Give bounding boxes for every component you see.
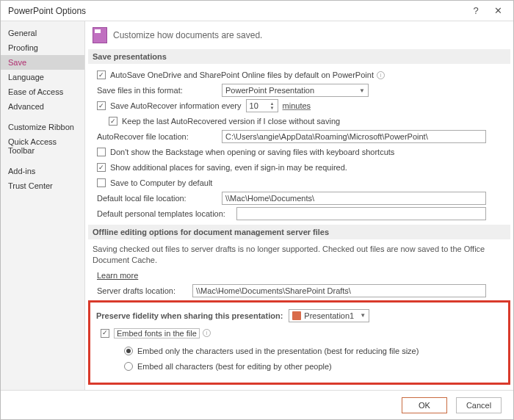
sidebar-item-trust-center[interactable]: Trust Center [1,178,84,193]
chevron-down-icon: ▼ [359,87,365,94]
label-server-drafts: Server drafts location: [97,286,192,295]
select-presentation-value: Presentation1 [304,311,354,320]
label-autosave: AutoSave OneDrive and SharePoint Online … [110,70,374,79]
label-minutes: minutes [283,101,311,110]
label-keep-last: Keep the last AutoRecovered version if I… [122,117,340,126]
content-pane: Customize how documents are saved. Save … [85,21,513,390]
sidebar-item-add-ins[interactable]: Add-ins [1,164,84,178]
checkbox-keep-last[interactable] [109,117,117,126]
select-save-format[interactable]: PowerPoint Presentation ▼ [222,84,369,97]
input-local-location[interactable]: \\Mac\Home\Documents\ [222,192,486,205]
radio-embed-only-used[interactable] [124,347,133,355]
spinner-down-icon[interactable]: ▼ [269,106,276,110]
sidebar-item-customize-ribbon[interactable]: Customize Ribbon [1,120,84,134]
checkbox-autosave[interactable] [97,70,106,79]
ok-button[interactable]: OK [402,397,447,413]
learn-more-link[interactable]: Learn more [97,271,138,280]
label-templates-location: Default personal templates location: [97,209,236,218]
label-embed-fonts: Embed fonts in the file [114,328,200,338]
select-save-format-value: PowerPoint Presentation [225,86,314,95]
input-ar-location[interactable]: C:\Users\angie\AppData\Roaming\Microsoft… [222,130,486,143]
sidebar-item-general[interactable]: General [1,26,84,40]
sidebar: General Proofing Save Language Ease of A… [1,21,85,390]
label-save-format: Save files in this format: [97,86,222,95]
sidebar-item-proofing[interactable]: Proofing [1,40,84,55]
page-header: Customize how documents are saved. [113,30,262,40]
spinner-value: 10 [250,101,258,110]
section-preserve-fidelity: Preserve fidelity when sharing this pres… [96,311,283,320]
section-offline-editing: Offline editing options for document man… [88,225,510,239]
spinner-autorecover-minutes[interactable]: 10 ▲▼ [246,99,278,112]
close-button[interactable]: ✕ [487,5,509,16]
label-embed-all: Embed all characters (best for editing b… [137,362,332,371]
label-local-location: Default local file location: [97,194,222,203]
checkbox-backstage[interactable] [97,148,106,156]
offline-description: Saving checked out files to server draft… [93,244,506,266]
save-icon [93,27,107,43]
input-templates-location[interactable] [236,207,486,220]
label-ar-location: AutoRecover file location: [97,132,222,141]
info-icon[interactable]: i [203,329,211,337]
highlighted-preserve-fidelity: Preserve fidelity when sharing this pres… [88,300,510,385]
window-title: PowerPoint Options [8,6,465,16]
presentation-icon [292,311,301,320]
checkbox-additional-places[interactable] [97,163,106,172]
sidebar-item-language[interactable]: Language [1,70,84,84]
label-save-to-computer: Save to Computer by default [110,178,212,187]
titlebar: PowerPoint Options ? ✕ [1,1,513,21]
sidebar-item-quick-access-toolbar[interactable]: Quick Access Toolbar [1,134,84,158]
help-button[interactable]: ? [465,5,487,16]
label-embed-only-used: Embed only the characters used in the pr… [137,347,419,355]
label-backstage: Don't show the Backstage when opening or… [110,148,394,156]
label-additional-places: Show additional places for saving, even … [110,163,347,172]
radio-embed-all[interactable] [124,362,133,371]
input-server-drafts[interactable]: \\Mac\Home\Documents\SharePoint Drafts\ [192,284,486,297]
sidebar-item-ease-of-access[interactable]: Ease of Access [1,84,84,99]
checkbox-embed-fonts[interactable] [101,329,109,338]
footer: OK Cancel [1,390,513,419]
select-presentation[interactable]: Presentation1 ▼ [289,309,369,322]
section-save-presentations: Save presentations [88,49,510,64]
label-autorecover: Save AutoRecover information every [110,101,242,110]
checkbox-autorecover[interactable] [97,101,106,110]
sidebar-item-save[interactable]: Save [1,55,84,70]
cancel-button[interactable]: Cancel [456,397,502,413]
checkbox-save-to-computer[interactable] [97,178,106,187]
info-icon[interactable]: i [377,71,385,79]
chevron-down-icon: ▼ [360,312,366,319]
sidebar-item-advanced[interactable]: Advanced [1,99,84,114]
